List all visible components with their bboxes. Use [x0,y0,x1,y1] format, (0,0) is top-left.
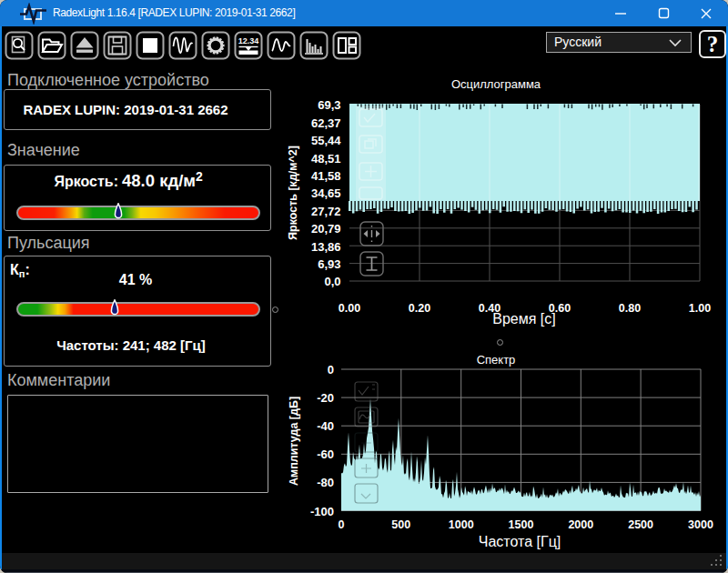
svg-text:34,65: 34,65 [311,186,341,200]
svg-text:2000: 2000 [568,518,593,531]
svg-text:6,93: 6,93 [318,257,340,271]
svg-text:41,58: 41,58 [311,169,341,183]
svg-text:-40: -40 [317,419,334,433]
svg-text:62,37: 62,37 [311,116,341,130]
svg-text:0.20: 0.20 [409,302,430,315]
svg-text:1500: 1500 [509,518,534,531]
svg-text:55,44: 55,44 [311,134,341,147]
svg-text:20,79: 20,79 [311,222,341,236]
svg-text:-100: -100 [310,505,334,518]
svg-text:Время [с]: Время [с] [492,311,555,327]
svg-text:-80: -80 [317,476,334,489]
svg-text:0.80: 0.80 [619,302,641,315]
svg-text:Спектр: Спектр [477,353,516,367]
svg-text:0: 0 [328,363,334,377]
svg-text:2500: 2500 [628,518,653,531]
svg-text:0,0: 0,0 [324,275,340,288]
svg-text:Амплитуда [дБ]: Амплитуда [дБ] [288,397,300,486]
svg-text:48,51: 48,51 [311,152,341,166]
svg-text:Яркость [кд/м^2]: Яркость [кд/м^2] [287,146,299,240]
svg-text:Частота [Гц]: Частота [Гц] [479,534,561,549]
svg-text:13,86: 13,86 [311,240,341,254]
svg-text:1000: 1000 [449,518,474,531]
svg-text:12.34: 12.34 [238,36,259,45]
svg-text:500: 500 [391,518,410,531]
svg-text:0.00: 0.00 [339,302,360,315]
svg-text:69,3: 69,3 [318,98,340,112]
svg-text:-20: -20 [317,391,334,405]
svg-text:Осциллограмма: Осциллограмма [451,77,541,91]
svg-text:1.00: 1.00 [689,302,711,315]
svg-text:-60: -60 [317,447,334,461]
svg-text:3000: 3000 [688,518,713,531]
svg-text:27,72: 27,72 [311,205,341,218]
svg-text:0: 0 [339,518,345,531]
